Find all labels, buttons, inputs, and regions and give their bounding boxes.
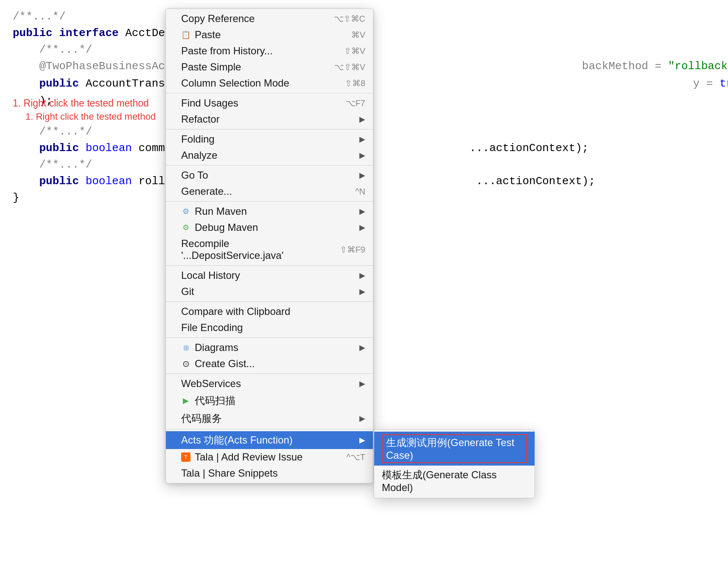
paste-shortcut: ⌘V — [351, 30, 365, 40]
menu-item-column-selection[interactable]: Column Selection Mode ⇧⌘8 — [166, 75, 373, 91]
run-maven-label: Run Maven — [195, 205, 247, 217]
git-label: Git — [181, 286, 194, 298]
menu-item-code-service[interactable]: 代码服务 ▶ — [166, 410, 373, 427]
play-green-icon: ▶ — [181, 396, 190, 405]
submenu-item-generate-test-case[interactable]: 生成测试用例(Generate Test Case) — [374, 432, 535, 466]
menu-item-compare-clipboard[interactable]: Compare with Clipboard — [166, 303, 373, 320]
menu-item-refactor[interactable]: Refactor ▶ — [166, 111, 373, 127]
column-selection-label: Column Selection Mode — [181, 77, 289, 89]
menu-item-diagrams[interactable]: ⊞ Diagrams ▶ — [166, 340, 373, 356]
menu-item-tala-share[interactable]: Tala | Share Snippets — [166, 465, 373, 481]
separator-8 — [166, 373, 373, 374]
menu-item-git[interactable]: Git ▶ — [166, 284, 373, 300]
tala-icon: T — [181, 452, 190, 462]
separator-3 — [166, 165, 373, 166]
webservices-label: WebServices — [181, 378, 241, 390]
generate-class-model-label: 模板生成(Generate Class Model) — [382, 468, 527, 494]
submenu-item-generate-class-model[interactable]: 模板生成(Generate Class Model) — [374, 466, 535, 496]
menu-item-tala-review[interactable]: T Tala | Add Review Issue ^⌥T — [166, 449, 373, 465]
acts-function-label: Acts 功能(Acts Function) — [181, 433, 293, 447]
paste-icon: 📋 — [181, 30, 190, 39]
diagrams-label: Diagrams — [195, 342, 238, 354]
analyze-arrow: ▶ — [359, 151, 365, 160]
menu-item-webservices[interactable]: WebServices ▶ — [166, 376, 373, 392]
menu-item-file-encoding[interactable]: File Encoding — [166, 320, 373, 336]
code-service-arrow: ▶ — [359, 414, 365, 423]
refactor-label: Refactor — [181, 113, 220, 125]
paste-history-shortcut: ⇧⌘V — [344, 46, 365, 56]
menu-item-run-maven[interactable]: ⚙ Run Maven ▶ — [166, 203, 373, 219]
github-icon: ⊙ — [181, 359, 190, 368]
column-selection-shortcut: ⇧⌘8 — [345, 78, 365, 88]
code-scan-label: 代码扫描 — [195, 394, 235, 407]
recompile-label: Recompile '...DepositService.java' — [181, 238, 331, 261]
local-history-label: Local History — [181, 270, 240, 281]
compare-clipboard-label: Compare with Clipboard — [181, 306, 290, 317]
menu-item-create-gist[interactable]: ⊙ Create Gist... — [166, 356, 373, 372]
file-encoding-label: File Encoding — [181, 322, 243, 334]
folding-arrow: ▶ — [359, 135, 365, 144]
find-usages-shortcut: ⌥F7 — [346, 98, 365, 108]
menu-item-goto[interactable]: Go To ▶ — [166, 167, 373, 183]
menu-item-paste[interactable]: 📋 Paste ⌘V — [166, 27, 373, 43]
paste-simple-label: Paste Simple — [181, 61, 241, 73]
find-usages-label: Find Usages — [181, 97, 238, 109]
webservices-arrow: ▶ — [359, 379, 365, 388]
menu-item-local-history[interactable]: Local History ▶ — [166, 267, 373, 284]
folding-label: Folding — [181, 133, 215, 145]
separator-9 — [166, 429, 373, 430]
goto-arrow: ▶ — [359, 171, 365, 180]
menu-item-find-usages[interactable]: Find Usages ⌥F7 — [166, 95, 373, 111]
menu-item-paste-simple[interactable]: Paste Simple ⌥⇧⌘V — [166, 59, 373, 75]
run-maven-icon: ⚙ — [181, 207, 190, 216]
acts-submenu: 生成测试用例(Generate Test Case) 模板生成(Generate… — [374, 430, 535, 498]
goto-label: Go To — [181, 169, 208, 181]
code-service-label: 代码服务 — [181, 412, 222, 425]
debug-maven-icon: ⚙ — [181, 223, 190, 232]
separator-5 — [166, 265, 373, 266]
analyze-label: Analyze — [181, 149, 217, 161]
menu-item-recompile[interactable]: Recompile '...DepositService.java' ⇧⌘F9 — [166, 236, 373, 264]
menu-item-folding[interactable]: Folding ▶ — [166, 131, 373, 147]
copy-reference-shortcut: ⌥⇧⌘C — [334, 14, 365, 24]
debug-maven-arrow: ▶ — [359, 223, 365, 232]
separator-7 — [166, 337, 373, 338]
separator-4 — [166, 201, 373, 202]
paste-label: Paste — [195, 29, 221, 41]
diagrams-arrow: ▶ — [359, 343, 365, 352]
menu-item-copy-reference[interactable]: Copy Reference ⌥⇧⌘C — [166, 11, 373, 27]
recompile-shortcut: ⇧⌘F9 — [340, 244, 365, 255]
generate-shortcut: ^N — [355, 187, 365, 197]
local-history-arrow: ▶ — [359, 271, 365, 280]
tala-review-shortcut: ^⌥T — [346, 452, 365, 462]
diagrams-icon: ⊞ — [181, 343, 190, 352]
tala-share-label: Tala | Share Snippets — [181, 467, 278, 479]
run-maven-arrow: ▶ — [359, 207, 365, 216]
menu-item-analyze[interactable]: Analyze ▶ — [166, 147, 373, 163]
separator-2 — [166, 129, 373, 129]
create-gist-label: Create Gist... — [195, 358, 255, 370]
separator-6 — [166, 301, 373, 302]
git-arrow: ▶ — [359, 287, 365, 296]
acts-function-arrow: ▶ — [359, 435, 365, 445]
tala-review-label: Tala | Add Review Issue — [195, 451, 302, 463]
menu-item-debug-maven[interactable]: ⚙ Debug Maven ▶ — [166, 219, 373, 236]
context-menu: Copy Reference ⌥⇧⌘C 📋 Paste ⌘V Paste fro… — [165, 8, 373, 483]
refactor-arrow: ▶ — [359, 115, 365, 124]
menu-item-generate[interactable]: Generate... ^N — [166, 183, 373, 199]
debug-maven-label: Debug Maven — [195, 222, 258, 233]
paste-history-label: Paste from History... — [181, 45, 273, 57]
menu-item-acts-function[interactable]: Acts 功能(Acts Function) ▶ 生成测试用例(Generate… — [166, 431, 373, 449]
paste-simple-shortcut: ⌥⇧⌘V — [334, 62, 365, 72]
generate-test-case-label: 生成测试用例(Generate Test Case) — [382, 434, 527, 463]
menu-item-code-scan[interactable]: ▶ 代码扫描 — [166, 392, 373, 410]
menu-item-paste-history[interactable]: Paste from History... ⇧⌘V — [166, 43, 373, 59]
copy-reference-label: Copy Reference — [181, 13, 255, 25]
separator-1 — [166, 93, 373, 93]
instruction-1: 1. Right click the tested method — [13, 98, 149, 109]
generate-label: Generate... — [181, 185, 232, 197]
